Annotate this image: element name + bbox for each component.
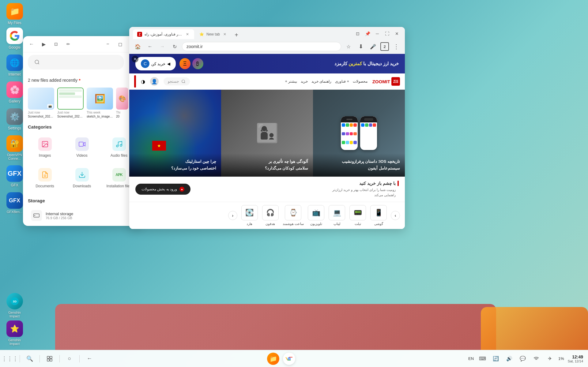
news-item-3[interactable]: تاریخچه iOS؛ داستان پرفرازونشیبسیستم‌عام… bbox=[313, 90, 405, 177]
zoomit-navbar: ZOOMIT محصولات + فناوری راهنمای خرید خری… bbox=[129, 73, 405, 90]
address-input[interactable] bbox=[187, 44, 337, 49]
taskbar-back-btn[interactable]: ← bbox=[85, 354, 94, 364]
desktop-icon-3dmark[interactable]: 3D Genshin Impact bbox=[3, 293, 26, 318]
nav-tech[interactable]: + فناوری bbox=[335, 79, 349, 84]
zoomit-logo[interactable]: ZOOMIT bbox=[372, 77, 400, 86]
download-btn[interactable]: ⬇ bbox=[356, 42, 366, 51]
zoomit-tab-close[interactable]: ✕ bbox=[185, 32, 190, 37]
nav-buy[interactable]: خرید bbox=[301, 79, 308, 84]
cat-prev-btn[interactable]: › bbox=[391, 211, 400, 220]
address-bar[interactable] bbox=[182, 42, 341, 51]
product-cat-tv[interactable]: 📺 تلویزیون bbox=[307, 205, 325, 226]
browser-screenshot-btn[interactable]: ⊡ bbox=[353, 29, 362, 38]
fm-maximize-button[interactable]: ◻ bbox=[116, 40, 124, 48]
product-cat-tablet[interactable]: 📟 تبلت bbox=[349, 205, 366, 226]
desktop-icon-gallery[interactable]: 🌸 Gallery bbox=[3, 81, 26, 103]
enter-products-btn[interactable]: ● ورود به بخش محصولات bbox=[135, 184, 190, 195]
browser-home-btn[interactable]: 🏠 bbox=[133, 42, 143, 51]
category-downloads[interactable]: Downloads bbox=[65, 164, 99, 192]
recent-file-2[interactable]: Just now Screenshot_20241214_124... bbox=[57, 88, 84, 118]
videos-label: Videos bbox=[76, 153, 87, 158]
zoomit-search-bar[interactable]: جستجو bbox=[164, 77, 190, 85]
desktop-icon-gfxben[interactable]: GFX GFXBen... bbox=[3, 192, 26, 214]
wifi-btn[interactable] bbox=[531, 354, 541, 364]
svg-line-15 bbox=[184, 82, 185, 83]
desktop-icon-settings[interactable]: ⚙️ Settings bbox=[3, 108, 26, 130]
app-drawer-btn[interactable]: ⋮⋮⋮ bbox=[5, 354, 15, 364]
recent-thumb-2 bbox=[57, 88, 84, 110]
product-cat-laptop[interactable]: 💻 لپتاپ bbox=[328, 205, 345, 226]
product-cat-smartwatch[interactable]: ⌚ ساعت هوشمند bbox=[283, 205, 304, 226]
fm-pencil-button[interactable]: ✏ bbox=[64, 40, 73, 48]
nav-guide[interactable]: راهنمای خرید bbox=[311, 79, 331, 84]
screen-rotate-btn[interactable]: 🔄 bbox=[491, 354, 501, 364]
myfiles-label: My Files bbox=[8, 21, 21, 25]
recent-file-4[interactable]: 🎨 Thi 20 bbox=[116, 88, 128, 118]
hard-cat-label: هارد bbox=[247, 222, 252, 226]
airplane-btn[interactable]: ✈ bbox=[545, 354, 555, 364]
product-cat-headphone[interactable]: 🎧 هدفون bbox=[262, 205, 279, 226]
keyboard-btn[interactable]: ⌨ bbox=[477, 354, 487, 364]
fm-screenshot-button[interactable]: ⊡ bbox=[52, 40, 60, 48]
ad-close-btn[interactable]: ✕ bbox=[132, 56, 138, 62]
browser-menu-btn[interactable]: ⋮ bbox=[391, 42, 401, 51]
buy-section: با چشم باز خرید کنید زومیت شما را برای ا… bbox=[129, 177, 405, 202]
theme-toggle[interactable]: ◑ bbox=[141, 79, 145, 84]
category-videos[interactable]: Videos bbox=[65, 134, 99, 161]
taskbar-recents-btn[interactable] bbox=[45, 354, 55, 364]
chat-btn[interactable]: 💬 bbox=[518, 354, 528, 364]
nav-products[interactable]: محصولات bbox=[353, 79, 368, 84]
category-documents[interactable]: Documents bbox=[28, 164, 62, 192]
browser-close-btn[interactable]: ✕ bbox=[393, 29, 401, 38]
gfx-label: GFX bbox=[11, 183, 18, 187]
taskbar-search-btn[interactable]: 🔍 bbox=[25, 354, 35, 364]
new-tab-button[interactable]: + bbox=[232, 31, 241, 39]
volume-btn[interactable]: 🔊 bbox=[504, 354, 514, 364]
gfx-icon: GFX bbox=[6, 165, 23, 182]
browser-content: ✕ خرید ارز دیجیتال با کمترین کارمزد ₿ Ξ … bbox=[129, 54, 405, 229]
product-cat-hard[interactable]: 💽 هارد bbox=[241, 205, 258, 226]
microphone-btn[interactable]: 🎤 bbox=[368, 42, 378, 51]
desktop-icon-myfiles[interactable]: 📁 My Files bbox=[3, 3, 26, 25]
file-search-button[interactable] bbox=[32, 57, 42, 67]
browser-pin-btn[interactable]: 📌 bbox=[363, 29, 372, 38]
recent-file-1[interactable]: 📸 Just now Screenshot_20241214_124... bbox=[28, 88, 54, 118]
desktop-icon-google[interactable]: Google bbox=[3, 28, 26, 50]
fm-play-button[interactable]: ▶ bbox=[40, 40, 48, 48]
browser-refresh-btn[interactable]: ↻ bbox=[170, 42, 179, 51]
ad-buy-btn[interactable]: ◀ خرید کن C bbox=[135, 57, 176, 70]
language-indicator[interactable]: EN bbox=[468, 356, 474, 361]
taskbar-chrome-app[interactable] bbox=[283, 353, 295, 365]
tab-count-badge[interactable]: 2 bbox=[380, 42, 389, 51]
taskbar-home-btn[interactable]: ○ bbox=[65, 354, 74, 364]
browser-fullscreen-btn[interactable]: ⛶ bbox=[383, 29, 391, 38]
storage-internal[interactable]: Internal storage 76.9 GB / 256 GB bbox=[28, 207, 136, 224]
desktop-icon-genshin[interactable]: ⭐ Genshin Impact bbox=[3, 320, 26, 346]
newtab-tab-close[interactable]: ✕ bbox=[222, 32, 227, 37]
recent-file-3[interactable]: 🖼️ This week sketch_to_image_20241211_1.… bbox=[87, 88, 113, 118]
desktop-icon-internet[interactable]: 🌐 Internet bbox=[3, 54, 26, 77]
news-item-2[interactable]: 👩‍👦 آلودگی هوا چه تأثیری برسلامتی کودکان… bbox=[221, 90, 313, 177]
taskbar-myfiles-app[interactable]: 📁 bbox=[267, 353, 279, 365]
browser-forward-btn[interactable]: → bbox=[157, 42, 167, 51]
nav-more[interactable]: بیشتر + bbox=[285, 79, 297, 84]
product-cat-phone[interactable]: 📱 گوشی bbox=[370, 205, 387, 226]
taskbar-center: 📁 bbox=[94, 353, 468, 365]
browser-minimize-btn[interactable]: ─ bbox=[373, 29, 382, 38]
browser-back-btn[interactable]: ← bbox=[145, 42, 155, 51]
tab-newtab[interactable]: ⭐ New tab ✕ bbox=[195, 29, 232, 39]
recent-thumb-3: 🖼️ bbox=[87, 88, 113, 110]
tablet-cat-label: تبلت bbox=[355, 222, 361, 226]
3dmark-icon: 3D bbox=[6, 293, 23, 309]
bookmark-btn[interactable]: ☆ bbox=[344, 42, 353, 51]
user-avatar[interactable]: 👤 bbox=[150, 77, 159, 86]
desktop-icon-openvpn[interactable]: 🔐 OpenVPNConne... bbox=[3, 135, 26, 160]
news-item-1[interactable]: ★ چرا چین استارلینکاختصاصی خود را می‌ساز… bbox=[129, 90, 221, 177]
desktop-icon-gfx[interactable]: GFX GFX bbox=[3, 165, 26, 187]
taskbar-divider-1 bbox=[20, 355, 20, 362]
cat-next-btn[interactable]: ‹ bbox=[228, 211, 237, 220]
tab-zoomit[interactable]: Z زومیت | اخبار فناوری، آموزش، راه... ✕ bbox=[133, 29, 194, 39]
fm-minimize-button[interactable]: − bbox=[104, 40, 112, 48]
category-images[interactable]: Images bbox=[28, 134, 62, 161]
fm-back-button[interactable]: ← bbox=[27, 40, 36, 48]
